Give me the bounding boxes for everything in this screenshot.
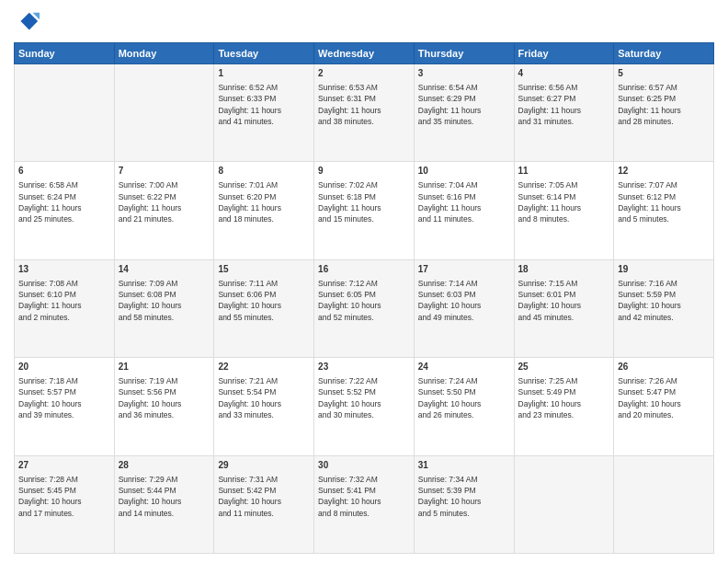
calendar-cell: 6Sunrise: 6:58 AM Sunset: 6:24 PM Daylig… <box>15 162 115 259</box>
day-number: 7 <box>119 165 210 178</box>
day-info: Sunrise: 7:14 AM Sunset: 6:03 PM Dayligh… <box>418 278 510 323</box>
calendar-cell: 25Sunrise: 7:25 AM Sunset: 5:49 PM Dayli… <box>514 358 614 455</box>
calendar-cell: 14Sunrise: 7:09 AM Sunset: 6:08 PM Dayli… <box>114 259 214 357</box>
calendar-cell <box>114 64 214 162</box>
calendar-week-row: 27Sunrise: 7:28 AM Sunset: 5:45 PM Dayli… <box>15 455 714 553</box>
calendar-cell: 24Sunrise: 7:24 AM Sunset: 5:50 PM Dayli… <box>414 358 514 455</box>
day-info: Sunrise: 6:53 AM Sunset: 6:31 PM Dayligh… <box>318 82 410 127</box>
day-number: 25 <box>518 361 610 373</box>
day-number: 27 <box>18 459 110 472</box>
day-number: 21 <box>119 361 210 373</box>
day-number: 10 <box>418 165 510 178</box>
day-info: Sunrise: 7:11 AM Sunset: 6:06 PM Dayligh… <box>218 278 310 323</box>
day-number: 8 <box>218 165 310 178</box>
day-number: 16 <box>318 263 410 276</box>
day-number: 30 <box>318 459 410 472</box>
calendar-cell: 3Sunrise: 6:54 AM Sunset: 6:29 PM Daylig… <box>414 64 514 162</box>
calendar-cell: 11Sunrise: 7:05 AM Sunset: 6:14 PM Dayli… <box>514 162 614 259</box>
day-number: 4 <box>518 67 610 80</box>
weekday-header: Tuesday <box>214 43 314 64</box>
calendar-cell: 16Sunrise: 7:12 AM Sunset: 6:05 PM Dayli… <box>314 259 415 357</box>
calendar-cell: 17Sunrise: 7:14 AM Sunset: 6:03 PM Dayli… <box>414 259 514 357</box>
day-number: 15 <box>218 263 310 276</box>
calendar-cell: 13Sunrise: 7:08 AM Sunset: 6:10 PM Dayli… <box>15 259 115 357</box>
day-info: Sunrise: 7:01 AM Sunset: 6:20 PM Dayligh… <box>218 179 310 224</box>
weekday-header: Thursday <box>414 43 514 64</box>
day-info: Sunrise: 7:05 AM Sunset: 6:14 PM Dayligh… <box>518 179 610 224</box>
day-info: Sunrise: 7:31 AM Sunset: 5:42 PM Dayligh… <box>218 474 310 519</box>
day-number: 28 <box>119 459 210 472</box>
day-info: Sunrise: 7:08 AM Sunset: 6:10 PM Dayligh… <box>18 278 110 323</box>
calendar-cell: 7Sunrise: 7:00 AM Sunset: 6:22 PM Daylig… <box>114 162 214 259</box>
day-info: Sunrise: 7:32 AM Sunset: 5:41 PM Dayligh… <box>318 474 410 519</box>
day-info: Sunrise: 7:19 AM Sunset: 5:56 PM Dayligh… <box>119 375 210 420</box>
calendar-cell: 12Sunrise: 7:07 AM Sunset: 6:12 PM Dayli… <box>614 162 714 259</box>
day-number: 13 <box>18 263 110 276</box>
calendar-cell <box>614 455 714 553</box>
day-info: Sunrise: 6:54 AM Sunset: 6:29 PM Dayligh… <box>418 82 510 127</box>
calendar-table: SundayMondayTuesdayWednesdayThursdayFrid… <box>14 42 714 554</box>
day-info: Sunrise: 7:25 AM Sunset: 5:49 PM Dayligh… <box>518 375 610 420</box>
day-info: Sunrise: 7:28 AM Sunset: 5:45 PM Dayligh… <box>18 474 110 519</box>
day-number: 6 <box>18 165 110 178</box>
calendar-cell: 23Sunrise: 7:22 AM Sunset: 5:52 PM Dayli… <box>314 358 415 455</box>
day-number: 3 <box>418 67 510 80</box>
day-info: Sunrise: 7:26 AM Sunset: 5:47 PM Dayligh… <box>618 375 710 420</box>
day-info: Sunrise: 6:52 AM Sunset: 6:33 PM Dayligh… <box>218 82 310 127</box>
weekday-header: Wednesday <box>314 43 415 64</box>
day-number: 31 <box>418 459 510 472</box>
day-info: Sunrise: 7:07 AM Sunset: 6:12 PM Dayligh… <box>618 179 710 224</box>
day-info: Sunrise: 7:02 AM Sunset: 6:18 PM Dayligh… <box>318 179 410 224</box>
calendar-cell: 15Sunrise: 7:11 AM Sunset: 6:06 PM Dayli… <box>214 259 314 357</box>
calendar-cell: 30Sunrise: 7:32 AM Sunset: 5:41 PM Dayli… <box>314 455 415 553</box>
day-number: 14 <box>119 263 210 276</box>
day-info: Sunrise: 7:29 AM Sunset: 5:44 PM Dayligh… <box>119 474 210 519</box>
calendar-cell: 22Sunrise: 7:21 AM Sunset: 5:54 PM Dayli… <box>214 358 314 455</box>
calendar-cell: 1Sunrise: 6:52 AM Sunset: 6:33 PM Daylig… <box>214 64 314 162</box>
day-number: 9 <box>318 165 410 178</box>
calendar-cell: 21Sunrise: 7:19 AM Sunset: 5:56 PM Dayli… <box>114 358 214 455</box>
day-info: Sunrise: 7:22 AM Sunset: 5:52 PM Dayligh… <box>318 375 410 420</box>
calendar-cell <box>514 455 614 553</box>
day-info: Sunrise: 7:21 AM Sunset: 5:54 PM Dayligh… <box>218 375 310 420</box>
calendar-week-row: 20Sunrise: 7:18 AM Sunset: 5:57 PM Dayli… <box>15 358 714 455</box>
calendar-cell: 20Sunrise: 7:18 AM Sunset: 5:57 PM Dayli… <box>15 358 115 455</box>
logo-icon <box>14 9 40 35</box>
day-info: Sunrise: 7:09 AM Sunset: 6:08 PM Dayligh… <box>119 278 210 323</box>
calendar-cell: 19Sunrise: 7:16 AM Sunset: 5:59 PM Dayli… <box>614 259 714 357</box>
weekday-header: Sunday <box>15 43 115 64</box>
day-number: 5 <box>618 67 710 80</box>
weekday-header-row: SundayMondayTuesdayWednesdayThursdayFrid… <box>15 43 714 64</box>
day-info: Sunrise: 7:04 AM Sunset: 6:16 PM Dayligh… <box>418 179 510 224</box>
calendar-cell: 28Sunrise: 7:29 AM Sunset: 5:44 PM Dayli… <box>114 455 214 553</box>
day-info: Sunrise: 7:24 AM Sunset: 5:50 PM Dayligh… <box>418 375 510 420</box>
day-number: 20 <box>18 361 110 373</box>
calendar-cell: 2Sunrise: 6:53 AM Sunset: 6:31 PM Daylig… <box>314 64 415 162</box>
day-number: 22 <box>218 361 310 373</box>
day-number: 18 <box>518 263 610 276</box>
calendar-cell: 9Sunrise: 7:02 AM Sunset: 6:18 PM Daylig… <box>314 162 415 259</box>
calendar-cell: 5Sunrise: 6:57 AM Sunset: 6:25 PM Daylig… <box>614 64 714 162</box>
day-number: 19 <box>618 263 710 276</box>
calendar-cell: 18Sunrise: 7:15 AM Sunset: 6:01 PM Dayli… <box>514 259 614 357</box>
day-number: 17 <box>418 263 510 276</box>
day-number: 23 <box>318 361 410 373</box>
header <box>14 9 714 35</box>
day-info: Sunrise: 6:56 AM Sunset: 6:27 PM Dayligh… <box>518 82 610 127</box>
day-number: 26 <box>618 361 710 373</box>
calendar-week-row: 13Sunrise: 7:08 AM Sunset: 6:10 PM Dayli… <box>15 259 714 357</box>
day-info: Sunrise: 7:15 AM Sunset: 6:01 PM Dayligh… <box>518 278 610 323</box>
weekday-header: Saturday <box>614 43 714 64</box>
day-number: 1 <box>218 67 310 80</box>
calendar-cell: 26Sunrise: 7:26 AM Sunset: 5:47 PM Dayli… <box>614 358 714 455</box>
day-number: 29 <box>218 459 310 472</box>
day-info: Sunrise: 6:58 AM Sunset: 6:24 PM Dayligh… <box>18 179 110 224</box>
page: SundayMondayTuesdayWednesdayThursdayFrid… <box>0 0 728 563</box>
day-info: Sunrise: 7:34 AM Sunset: 5:39 PM Dayligh… <box>418 474 510 519</box>
calendar-cell <box>15 64 115 162</box>
calendar-cell: 10Sunrise: 7:04 AM Sunset: 6:16 PM Dayli… <box>414 162 514 259</box>
day-info: Sunrise: 7:12 AM Sunset: 6:05 PM Dayligh… <box>318 278 410 323</box>
day-number: 24 <box>418 361 510 373</box>
calendar-cell: 31Sunrise: 7:34 AM Sunset: 5:39 PM Dayli… <box>414 455 514 553</box>
day-info: Sunrise: 6:57 AM Sunset: 6:25 PM Dayligh… <box>618 82 710 127</box>
